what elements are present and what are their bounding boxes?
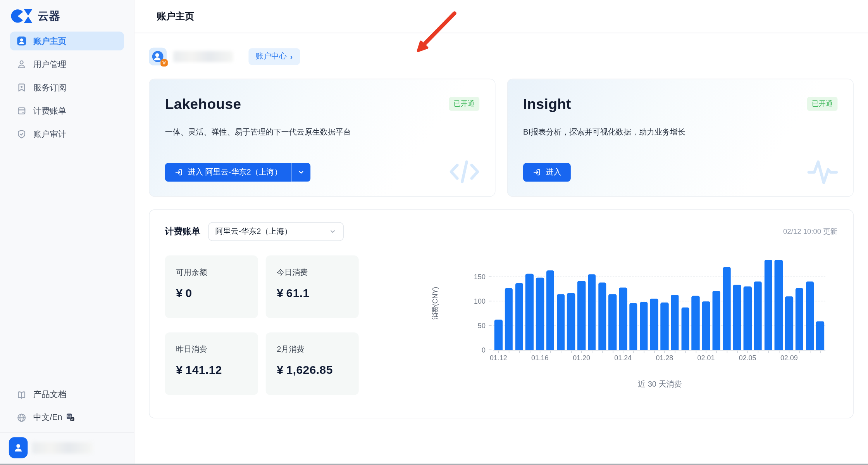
- sidebar-item-label: 用户管理: [33, 59, 67, 69]
- chart-bar[interactable]: [505, 288, 513, 350]
- chart-y-tick-label: 50: [461, 322, 486, 330]
- insight-card: Insight 已开通 BI报表分析，探索并可视化数据，助力业务增长 进入: [507, 79, 854, 197]
- sidebar-item-billing[interactable]: 计费账单: [10, 101, 124, 120]
- window-bottom-edge: [0, 463, 868, 465]
- chart-bar[interactable]: [629, 303, 637, 350]
- chart-x-tick-mark: [654, 351, 654, 353]
- user-avatar-icon: [9, 437, 28, 458]
- chart-bar[interactable]: [515, 283, 523, 350]
- chart-bar[interactable]: [712, 291, 720, 350]
- chart-bar-slot: [566, 256, 576, 350]
- chart-bar-slot: 02.01: [701, 256, 711, 350]
- page-header: 账户主页: [134, 0, 868, 33]
- chart-y-tick-mark: [489, 301, 491, 301]
- chart-bar[interactable]: [754, 282, 762, 350]
- lakehouse-region-dropdown-button[interactable]: [291, 163, 311, 182]
- chart-bar-slot: [545, 256, 556, 350]
- spend-chart: 消费(CNY) 05010015001.1201.1601.2001.2401.…: [461, 256, 827, 395]
- chart-y-axis-title: 消费(CNY): [431, 273, 440, 334]
- chart-bar[interactable]: [650, 299, 658, 350]
- chart-bar[interactable]: [640, 302, 648, 350]
- chart-bar[interactable]: [536, 278, 544, 350]
- enter-icon: [532, 168, 541, 177]
- sidebar-nav: 账户主页 用户管理 服: [0, 31, 134, 148]
- content: ♛ 账户中心 › Lakehouse 已开通 一体、灵活、弹性、易于管理的下一代…: [134, 48, 868, 418]
- globe-icon: [17, 413, 27, 423]
- lakehouse-description: 一体、灵活、弹性、易于管理的下一代云原生数据平台: [165, 128, 479, 138]
- billing-header: 计费账单 阿里云-华东2（上海） 02/12 10:00 更新: [165, 222, 838, 241]
- currency-symbol: ¥: [176, 287, 183, 299]
- chart-x-tick-mark: [602, 351, 603, 353]
- chart-bar[interactable]: [660, 303, 668, 350]
- chart-bar[interactable]: [557, 294, 565, 350]
- sidebar-item-account-audit[interactable]: 账户审计: [10, 124, 124, 143]
- insight-enter-button[interactable]: 进入: [523, 163, 571, 182]
- chart-bar[interactable]: [681, 308, 689, 350]
- sidebar-item-label: 计费账单: [33, 105, 67, 116]
- chart-bar[interactable]: [546, 270, 555, 350]
- stat-card-yesterday-spend: 昨日消费 ¥141.12: [165, 332, 258, 395]
- chart-bar[interactable]: [567, 293, 575, 350]
- chart-bar[interactable]: [785, 296, 793, 350]
- chart-bar-slot: [556, 256, 566, 350]
- chart-bar-slot: 02.09: [784, 256, 794, 350]
- chart-bar[interactable]: [692, 296, 700, 350]
- page-title: 账户主页: [157, 10, 194, 23]
- chart-bar[interactable]: [723, 267, 731, 350]
- enter-icon: [174, 168, 183, 177]
- stat-amount: 61.1: [286, 287, 310, 299]
- chart-bar[interactable]: [609, 294, 617, 350]
- stat-amount: 1,626.85: [286, 363, 333, 376]
- sidebar-item-user-management[interactable]: 用户管理: [10, 55, 124, 74]
- sidebar-item-label: 产品文档: [33, 390, 67, 400]
- chart-bar[interactable]: [525, 274, 534, 350]
- lakehouse-enter-button[interactable]: 进入 阿里云-华东2（上海）: [165, 163, 291, 182]
- chevron-right-icon: ›: [290, 52, 293, 61]
- app-window: 云器 账户主页: [0, 0, 868, 465]
- sidebar-item-language-toggle[interactable]: 中文/En 中 A: [10, 406, 124, 429]
- chart-bar-slot: [815, 256, 825, 350]
- chart-bar[interactable]: [764, 260, 772, 350]
- chart-bar[interactable]: [796, 288, 804, 350]
- sidebar-item-service-subscription[interactable]: 服务订阅: [10, 78, 124, 97]
- currency-symbol: ¥: [176, 363, 183, 376]
- svg-text:A: A: [71, 417, 74, 421]
- chart-bar[interactable]: [494, 320, 503, 350]
- chart-x-tick-mark: [498, 351, 499, 353]
- chart-bar[interactable]: [577, 281, 586, 350]
- chart-bar-slot: [628, 256, 639, 350]
- chart-y-tick-label: 0: [461, 346, 486, 354]
- chart-bar-slot: [680, 256, 691, 350]
- chart-bar[interactable]: [806, 282, 814, 350]
- chart-y-tick-mark: [489, 349, 491, 350]
- chart-bar[interactable]: [671, 295, 679, 350]
- chart-bar[interactable]: [744, 287, 752, 350]
- billing-card-icon: [17, 106, 27, 116]
- lakehouse-title: Lakehouse: [165, 96, 479, 113]
- billing-region-select[interactable]: 阿里云-华东2（上海）: [208, 222, 344, 241]
- chart-bar[interactable]: [733, 285, 741, 350]
- chart-bar-slot: [514, 256, 524, 350]
- chart-bar[interactable]: [702, 301, 710, 350]
- stat-value: ¥0: [176, 287, 247, 300]
- chart-bar[interactable]: [588, 274, 596, 350]
- sidebar-item-label: 中文/En: [33, 412, 62, 423]
- chart-x-tick-mark: [696, 351, 696, 353]
- chart-bar[interactable]: [598, 283, 606, 350]
- chart-bar-slot: [773, 256, 784, 350]
- lakehouse-button-group: 进入 阿里云-华东2（上海）: [165, 163, 311, 182]
- sidebar-user-row[interactable]: [0, 433, 134, 465]
- code-watermark-icon: [448, 157, 480, 186]
- chart-x-tick-mark: [778, 351, 779, 353]
- user-management-icon: [17, 59, 27, 69]
- chart-y-tick-label: 100: [461, 297, 486, 305]
- chart-bar[interactable]: [775, 260, 783, 350]
- chart-x-tick-label: 01.28: [656, 354, 673, 362]
- currency-symbol: ¥: [277, 363, 283, 376]
- sidebar-item-product-docs[interactable]: 产品文档: [10, 384, 124, 406]
- chart-bar[interactable]: [619, 287, 627, 350]
- sidebar-item-account-home[interactable]: 账户主页: [10, 31, 124, 50]
- account-center-button[interactable]: 账户中心 ›: [248, 48, 300, 65]
- chart-x-tick-label: 02.05: [739, 354, 756, 362]
- chart-bar[interactable]: [816, 322, 824, 350]
